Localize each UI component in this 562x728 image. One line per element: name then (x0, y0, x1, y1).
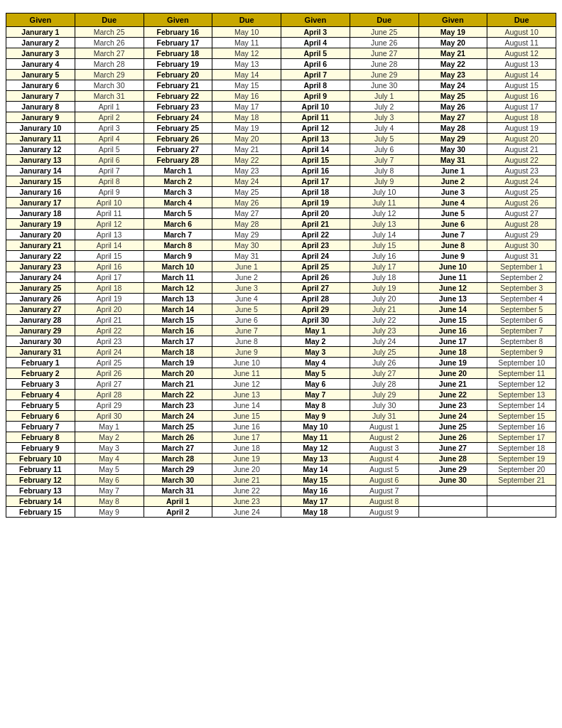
due-date: May 31 (212, 251, 281, 262)
due-date: April 7 (75, 166, 144, 176)
given-date: June 23 (418, 400, 487, 411)
due-date: July 19 (350, 283, 418, 294)
due-date: September 15 (487, 411, 556, 422)
given-date: May 18 (281, 507, 350, 518)
due-date: August 23 (487, 166, 556, 176)
given-date: June 8 (418, 240, 487, 251)
given-date: May 11 (281, 432, 350, 443)
due-header: Due (487, 14, 556, 27)
due-date: April 8 (75, 176, 144, 187)
given-header: Given (6, 14, 75, 27)
due-date: August 9 (350, 507, 418, 518)
due-date: September 2 (487, 272, 556, 283)
due-date: April 22 (75, 326, 144, 336)
given-date: June 21 (418, 379, 487, 390)
given-date: June 9 (418, 251, 487, 262)
given-date: Janurary 20 (6, 230, 75, 240)
due-date: April 5 (75, 144, 144, 155)
given-date: February 4 (6, 390, 75, 400)
due-date: April 14 (75, 240, 144, 251)
given-date: March 16 (144, 326, 212, 336)
due-date: April 15 (75, 251, 144, 262)
given-date: June 17 (418, 336, 487, 347)
given-date: Janurary 30 (6, 336, 75, 347)
given-date: May 4 (281, 358, 350, 368)
due-date: July 2 (350, 102, 418, 112)
given-date: February 25 (144, 123, 212, 134)
empty-cell (487, 496, 556, 507)
due-date: July 21 (350, 304, 418, 315)
given-date: Janurary 8 (6, 102, 75, 112)
due-date: September 3 (487, 283, 556, 294)
given-date: May 2 (281, 336, 350, 347)
given-date: May 8 (281, 400, 350, 411)
due-date: July 17 (350, 262, 418, 272)
given-date: March 17 (144, 336, 212, 347)
due-date: May 27 (212, 208, 281, 219)
due-date: June 29 (350, 70, 418, 80)
given-date: February 18 (144, 48, 212, 59)
given-date: June 13 (418, 294, 487, 304)
due-date: March 27 (75, 48, 144, 59)
given-date: March 30 (144, 475, 212, 486)
due-date: April 24 (75, 347, 144, 358)
due-date: April 11 (75, 208, 144, 219)
given-date: March 22 (144, 390, 212, 400)
given-date: April 11 (281, 112, 350, 123)
given-date: April 25 (281, 262, 350, 272)
due-date: May 10 (212, 27, 281, 38)
due-date: April 13 (75, 230, 144, 240)
due-date: June 17 (212, 432, 281, 443)
given-date: Janurary 28 (6, 315, 75, 326)
due-date: April 12 (75, 219, 144, 230)
due-date: June 25 (350, 27, 418, 38)
due-date: March 25 (75, 27, 144, 38)
given-date: February 9 (6, 443, 75, 454)
given-date: March 14 (144, 304, 212, 315)
due-date: May 15 (212, 80, 281, 91)
due-date: August 11 (487, 38, 556, 48)
given-date: Janurary 1 (6, 27, 75, 38)
due-date: April 16 (75, 262, 144, 272)
given-date: May 29 (418, 134, 487, 144)
given-date: May 19 (418, 27, 487, 38)
due-date: May 18 (212, 112, 281, 123)
due-date: April 25 (75, 358, 144, 368)
given-date: May 27 (418, 112, 487, 123)
due-date: August 13 (487, 59, 556, 70)
given-date: April 20 (281, 208, 350, 219)
given-date: April 7 (281, 70, 350, 80)
given-date: April 21 (281, 219, 350, 230)
due-date: June 23 (212, 496, 281, 507)
given-date: June 7 (418, 230, 487, 240)
due-date: June 28 (350, 59, 418, 70)
given-date: February 23 (144, 102, 212, 112)
due-date: June 18 (212, 443, 281, 454)
given-date: June 29 (418, 464, 487, 475)
given-date: March 12 (144, 283, 212, 294)
due-date: August 14 (487, 70, 556, 80)
due-date: September 17 (487, 432, 556, 443)
given-date: Janurary 12 (6, 144, 75, 155)
given-date: February 14 (6, 496, 75, 507)
due-date: June 11 (212, 368, 281, 379)
due-date: August 18 (487, 112, 556, 123)
given-date: June 16 (418, 326, 487, 336)
given-date: June 24 (418, 411, 487, 422)
given-date: February 26 (144, 134, 212, 144)
given-date: March 25 (144, 422, 212, 432)
given-date: June 19 (418, 358, 487, 368)
given-date: February 22 (144, 91, 212, 102)
given-date: March 19 (144, 358, 212, 368)
given-date: June 22 (418, 390, 487, 400)
given-date: May 24 (418, 80, 487, 91)
given-date: Janurary 19 (6, 219, 75, 230)
due-date: September 18 (487, 443, 556, 454)
due-date: May 12 (212, 48, 281, 59)
due-date: August 17 (487, 102, 556, 112)
due-date: May 13 (212, 59, 281, 70)
given-date: April 8 (281, 80, 350, 91)
given-date: May 10 (281, 422, 350, 432)
due-date: September 6 (487, 315, 556, 326)
given-date: May 15 (281, 475, 350, 486)
